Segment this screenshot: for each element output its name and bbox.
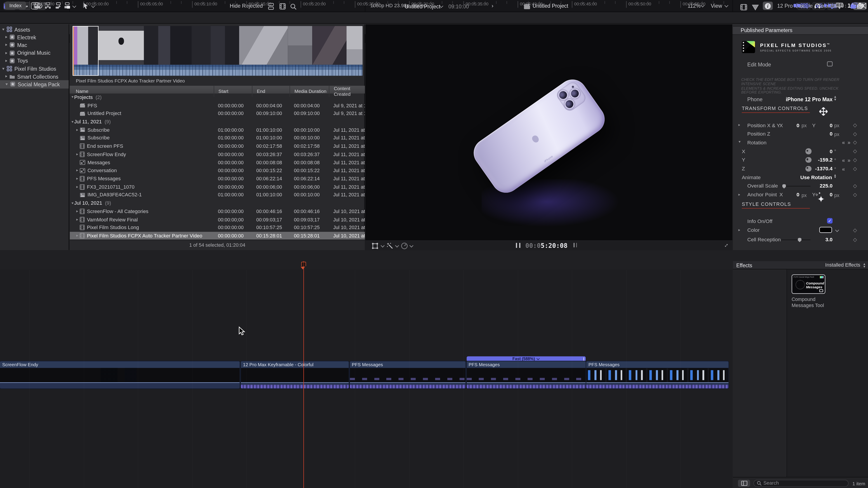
installed-effects-stepper-icon[interactable]: ▴▾ <box>864 263 865 268</box>
retime-icon[interactable] <box>401 242 408 252</box>
param-popup-value[interactable]: Use Rotation <box>788 175 832 180</box>
enhance-wand-icon[interactable] <box>386 242 394 252</box>
param-disclosure-icon[interactable] <box>739 124 740 126</box>
effect-card-title[interactable]: CompoundMessages Tool <box>792 297 824 308</box>
retime-speed-bar[interactable]: Fast (588%) <box>466 356 585 361</box>
param-disclosure-icon[interactable] <box>739 141 741 143</box>
transitions-browser-icon[interactable] <box>860 2 866 9</box>
filmstrip-frame[interactable] <box>346 26 363 65</box>
overwrite-edit-icon[interactable] <box>64 2 71 9</box>
table-row[interactable]: Pixel Film Studios FCPX Auto Tracker Par… <box>70 232 365 240</box>
search-icon[interactable] <box>290 2 297 12</box>
audio-meters-icon[interactable] <box>574 243 575 248</box>
timeline-body[interactable]: Sc​reenFlow Endy12 Pro Max Keyframable -… <box>0 269 733 488</box>
sidebar-item-original-music[interactable]: Original Music <box>0 49 69 57</box>
keyframe-diamond-icon[interactable]: ◇ <box>853 131 857 136</box>
param-value[interactable]: 0 <box>772 192 799 197</box>
index-button[interactable]: Index <box>5 2 26 9</box>
table-row[interactable]: Messages00:00:00:0000:00:08:0800:00:08:0… <box>70 158 365 166</box>
filmstrip-frame[interactable] <box>191 26 239 65</box>
table-row[interactable]: PFS Messages00:00:00:0000:06:22:1400:06:… <box>70 175 365 183</box>
trim-feedback-icon[interactable] <box>793 2 800 9</box>
phone-stepper-icon[interactable]: ▴▾ <box>834 96 836 101</box>
table-row[interactable]: Subscribe01:00:00:0001:00:10:0000:00:10:… <box>70 126 365 134</box>
table-group-row[interactable]: Jul 10, 2021(9) <box>70 199 365 207</box>
effects-browser-icon[interactable] <box>850 2 858 9</box>
playhead[interactable] <box>303 261 304 488</box>
rotation-dial[interactable] <box>805 166 811 171</box>
param-value[interactable]: 0 <box>772 123 799 128</box>
table-row[interactable]: End screen PFS00:00:00:0000:02:17:5800:0… <box>70 142 365 150</box>
sidebar-item-smart-collections[interactable]: Smart Collections <box>0 72 69 80</box>
timeline-clip[interactable]: 12 Pro Max Keyframable - Colorful <box>241 361 349 388</box>
rotation-dial[interactable] <box>805 157 811 163</box>
filmstrip-frame[interactable] <box>312 26 346 65</box>
disclosure-open-icon[interactable] <box>2 29 4 31</box>
keyframe-diamond-icon[interactable]: ◇ <box>853 157 857 162</box>
sidebar-item-pixel-film-studios[interactable]: Pixel Film Studios <box>0 65 69 72</box>
playhead-flag[interactable] <box>301 262 306 266</box>
sidebar-item-assets[interactable]: Assets <box>0 26 69 33</box>
filmstrip-view-icon[interactable] <box>279 2 286 12</box>
disclosure-closed-icon[interactable] <box>5 44 7 46</box>
color-inspector-icon[interactable] <box>752 3 759 13</box>
append-edit-icon[interactable] <box>55 2 62 9</box>
filmstrip-frame[interactable] <box>98 26 144 65</box>
table-row[interactable]: VamMoof Review Final00:00:00;0000:09:03;… <box>70 215 365 223</box>
row-disclosure-icon[interactable] <box>76 178 78 180</box>
effects-search-field[interactable]: Search <box>753 480 848 487</box>
keyframe-next-icon[interactable]: » <box>847 157 850 163</box>
color-swatch[interactable] <box>819 227 832 233</box>
disclosure-open-icon[interactable] <box>2 68 4 70</box>
timeline-clip[interactable]: PFS Messages <box>466 361 585 388</box>
swatch-chevron-icon[interactable] <box>835 228 839 232</box>
table-row[interactable]: Pixel Film Studios Long00:00:00:0000:10:… <box>70 223 365 232</box>
effects-sidebar-toggle[interactable] <box>738 480 750 487</box>
row-disclosure-icon[interactable] <box>76 153 78 155</box>
disclosure-closed-icon[interactable] <box>5 75 7 77</box>
browser-table-header[interactable]: NameStartEndMedia DurationContent Create… <box>70 86 365 93</box>
keyframe-prev-icon[interactable]: « <box>842 166 844 172</box>
table-row[interactable]: ScreenFlow - All Categories00:00:00:0000… <box>70 207 365 215</box>
row-disclosure-icon[interactable] <box>76 219 78 221</box>
clip-appearance-timeline-icon[interactable] <box>836 2 843 9</box>
row-disclosure-icon[interactable] <box>76 235 78 237</box>
viewer-view-dropdown[interactable]: View <box>711 3 722 9</box>
sidebar-item-toys[interactable]: Toys <box>0 57 69 65</box>
audio-waveform-icon[interactable] <box>804 2 810 9</box>
keyframe-prev-icon[interactable]: « <box>842 140 844 146</box>
sidebar-item-social-mega-pack[interactable]: Social Mega Pack <box>0 80 69 88</box>
disclosure-closed-icon[interactable] <box>5 52 7 54</box>
slider-thumb[interactable] <box>782 184 786 189</box>
group-disclosure-icon[interactable] <box>71 96 73 98</box>
keyframe-diamond-icon[interactable]: ◇ <box>853 237 857 242</box>
row-disclosure-icon[interactable] <box>76 170 78 172</box>
video-inspector-icon[interactable] <box>740 2 747 12</box>
timeline-clip[interactable]: PFS Messages <box>350 361 466 388</box>
next-project-arrow[interactable]: › <box>492 3 493 9</box>
keyframe-diamond-icon[interactable]: ◇ <box>853 183 857 188</box>
param-value[interactable]: 0 <box>805 123 833 128</box>
skimming-icon[interactable] <box>824 2 831 9</box>
row-disclosure-icon[interactable] <box>76 210 78 213</box>
param-disclosure-icon[interactable] <box>739 229 740 231</box>
sidebar-item-electrek[interactable]: Electrek <box>0 33 69 41</box>
keyframe-diamond-icon[interactable]: ◇ <box>853 227 857 232</box>
edit-mode-checkbox[interactable] <box>827 61 832 66</box>
keyframe-diamond-icon[interactable]: ◇ <box>853 166 857 171</box>
installed-effects-dropdown[interactable]: Installed Effects <box>825 262 860 268</box>
table-group-row[interactable]: Projects(2) <box>70 93 365 101</box>
table-row[interactable]: Untitled Project00:00:00:0000:09:10:0000… <box>70 109 365 118</box>
info-inspector-icon[interactable]: i <box>763 2 773 10</box>
keyframe-prev-icon[interactable]: « <box>842 157 844 163</box>
param-value[interactable]: 3.0 <box>805 237 833 242</box>
disclosure-open-icon[interactable] <box>5 84 8 86</box>
rotation-dial[interactable] <box>805 149 811 154</box>
effect-thumbnail[interactable]: FCPX Social Mega Pack CompoundMessages <box>792 274 825 294</box>
popup-stepper-icon[interactable]: ▴▾ <box>834 174 836 178</box>
disclosure-closed-icon[interactable] <box>5 36 7 38</box>
keyframe-diamond-icon[interactable]: ◇ <box>853 140 857 145</box>
param-value[interactable]: 0 <box>805 131 833 137</box>
timeline-clip[interactable]: PFS Messages <box>586 361 728 388</box>
row-disclosure-icon[interactable] <box>76 129 78 131</box>
